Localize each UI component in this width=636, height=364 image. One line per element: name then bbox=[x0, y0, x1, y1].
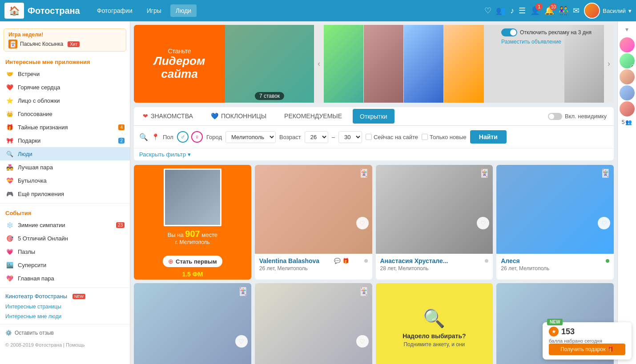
gender-female-btn[interactable]: ♀ bbox=[191, 131, 203, 143]
sidebar-item-best-pair[interactable]: 💑 Лучшая пара bbox=[0, 160, 130, 174]
banner-person[interactable]: 7 ставок bbox=[225, 25, 314, 103]
nav-games[interactable]: Игры bbox=[141, 4, 167, 17]
banner-photo-1[interactable] bbox=[324, 25, 364, 103]
anastasia-status bbox=[485, 259, 488, 263]
card6-photo: 🃏 ♡ bbox=[255, 283, 372, 364]
supercity-label: Суперсити bbox=[18, 262, 46, 268]
menu-icon[interactable]: ☰ bbox=[519, 6, 526, 16]
heart-btn-1[interactable]: ♡ bbox=[356, 217, 369, 229]
right-avatar-5[interactable] bbox=[620, 101, 635, 116]
sidebar-item-kinotheater[interactable]: Кинотеатр Фотостраны NEW bbox=[0, 291, 130, 302]
place-ad-link[interactable]: Разместить объявление bbox=[501, 39, 561, 45]
mail-icon[interactable]: ✉ bbox=[573, 6, 580, 16]
sidebar-item-people[interactable]: 🔍 Люди bbox=[0, 147, 130, 160]
tab-postcards-label: Открытки bbox=[360, 113, 387, 120]
sidebar-item-meetings[interactable]: 🤝 Встречи bbox=[0, 67, 130, 80]
right-avatar-1[interactable] bbox=[620, 37, 635, 52]
invisible-toggle[interactable] bbox=[548, 113, 562, 120]
profile-card-suggest[interactable]: 🔍 Надоело выбирать? Поднимите анкету, и … bbox=[376, 283, 493, 364]
age-from-select[interactable]: 26 bbox=[305, 131, 328, 143]
sidebar-item-more-apps[interactable]: 🎮 Ещё приложения bbox=[0, 187, 130, 200]
sidebar-item-hot-hearts[interactable]: ❤️ Горячие сердца bbox=[0, 80, 130, 94]
age-to-select[interactable]: 30 bbox=[338, 131, 362, 143]
sidebar-item-supercity[interactable]: 🏙️ Суперсити bbox=[0, 258, 130, 272]
gender-male-btn[interactable]: ♂ bbox=[177, 131, 189, 143]
right-avatar-4[interactable] bbox=[620, 85, 635, 100]
group-icon[interactable]: 👫 bbox=[559, 6, 568, 16]
invisible-label: Вкл. невидимку bbox=[565, 113, 607, 120]
banner-nav-right[interactable]: › bbox=[604, 25, 614, 103]
banner-nav-left[interactable]: ‹ bbox=[314, 25, 324, 103]
points-new-badge: NEW bbox=[547, 319, 563, 325]
alesa-info: Алеся 26 лет, Мелитополь bbox=[496, 254, 614, 275]
game-item[interactable]: 🃏 Пасьянс Косынка Хит bbox=[8, 40, 121, 48]
banner-photo-4[interactable] bbox=[444, 25, 484, 103]
header-right: ♡ 👥 ♪ ☰ 👤1 🔔10 👫 ✉ Василий ▾ bbox=[484, 3, 632, 19]
rank-number: 907 bbox=[185, 229, 200, 239]
cards-icon-4: 🃏 bbox=[238, 287, 248, 296]
profile-card-alesa[interactable]: 🃏 ♡ Алеся 26 лет, Мелитополь bbox=[496, 165, 614, 280]
sidebar-item-gifts[interactable]: 🎀 Подарки 2 bbox=[0, 134, 130, 147]
right-avatar-3[interactable] bbox=[620, 69, 635, 84]
online-filter[interactable]: Сейчас на сайте bbox=[366, 134, 418, 140]
rank-card[interactable]: Вы на 907 месте г. Мелитополь ⊕ Стать пе… bbox=[134, 165, 251, 280]
points-gift-btn[interactable]: Получить подарок 🎁 bbox=[549, 344, 625, 355]
tab-recommended[interactable]: РЕКОМЕНДУЕМЫЕ bbox=[275, 107, 351, 126]
heart-btn-5[interactable]: ♡ bbox=[356, 335, 369, 348]
heart-btn-3[interactable]: ♡ bbox=[598, 217, 610, 229]
cards-icon-1: 🃏 bbox=[359, 168, 369, 178]
users-icon[interactable]: 👥 bbox=[496, 6, 506, 16]
heart-btn-2[interactable]: ♡ bbox=[477, 217, 489, 229]
tab-postcards[interactable]: Открытки bbox=[353, 109, 394, 124]
sidebar-item-voting[interactable]: 👑 Голосование bbox=[0, 107, 130, 120]
heart-btn-4[interactable]: ♡ bbox=[235, 335, 248, 348]
logo[interactable]: 🏠 Фотострана bbox=[4, 3, 80, 19]
online-checkbox[interactable] bbox=[366, 134, 372, 140]
profile-card-5[interactable]: 🃏 ♡ bbox=[134, 283, 251, 364]
expand-filter-btn[interactable]: Раскрыть фильтр ▾ bbox=[134, 148, 614, 160]
friends-badge: 1 bbox=[535, 3, 543, 10]
find-button[interactable]: Найти bbox=[470, 130, 507, 144]
new-filter[interactable]: Только новые bbox=[422, 134, 467, 140]
nav-photos[interactable]: Фотографии bbox=[92, 4, 138, 17]
profile-card-6[interactable]: 🃏 ♡ bbox=[255, 283, 372, 364]
sidebar-item-main-pair[interactable]: 💖 Главная пара bbox=[0, 272, 130, 285]
best-pair-icon: 💑 bbox=[5, 163, 14, 172]
ad-toggle-switch[interactable] bbox=[501, 28, 517, 36]
friends-icon[interactable]: 👤1 bbox=[530, 6, 540, 16]
nav-people[interactable]: Люди bbox=[170, 4, 197, 17]
right-sidebar-toggle[interactable]: ▾ bbox=[624, 24, 630, 35]
gifts-label: Подарки bbox=[18, 137, 40, 144]
new-checkbox[interactable] bbox=[422, 134, 428, 140]
sidebar-item-puzzles[interactable]: 💗 Пазлы bbox=[0, 245, 130, 258]
banner-photo-3[interactable] bbox=[404, 25, 444, 103]
music-icon[interactable]: ♪ bbox=[510, 6, 514, 16]
sidebar-item-cover[interactable]: ⭐ Лицо с обложки bbox=[0, 94, 130, 107]
profile-card-valentina[interactable]: 🃏 ♡ Valentina Balashova 💬 🎁 26 лет, Мели… bbox=[255, 165, 372, 280]
interesting-people-link[interactable]: Интересные мне люди bbox=[0, 312, 130, 321]
sidebar-item-winter[interactable]: ❄️ Зимние симпатии 23 bbox=[0, 218, 130, 232]
age-dash: – bbox=[332, 134, 335, 140]
right-sidebar: ▾ 5 👥 bbox=[617, 21, 636, 364]
secrets-label: Тайные признания bbox=[18, 124, 68, 131]
become-first-btn[interactable]: ⊕ Стать первым bbox=[163, 256, 222, 267]
location-icon[interactable]: 📍 bbox=[152, 133, 159, 140]
notifications-icon[interactable]: 🔔10 bbox=[544, 6, 554, 16]
heart-icon[interactable]: ♡ bbox=[484, 6, 491, 16]
meetings-icon: 🤝 bbox=[5, 69, 14, 78]
game-icon: 🃏 bbox=[8, 40, 17, 48]
sidebar-item-bottle[interactable]: 💝 Бутылочка bbox=[0, 174, 130, 187]
tab-fans[interactable]: 💙 ПОКЛОННИЦЫ bbox=[202, 107, 275, 126]
header-user[interactable]: Василий ▾ bbox=[584, 3, 632, 19]
banner-photo-2[interactable] bbox=[364, 25, 404, 103]
header: 🏠 Фотострана Фотографии Игры Люди ♡ 👥 ♪ … bbox=[0, 0, 636, 21]
feedback-btn[interactable]: ⚙️ Оставить отзыв bbox=[0, 327, 130, 339]
profile-card-anastasia[interactable]: 🃏 ♡ Анастасия Хрустале... 28 лет, Мелито… bbox=[376, 165, 493, 280]
tab-dating[interactable]: ❤ ЗНАКОМСТВА bbox=[134, 107, 202, 126]
sidebar-item-differences[interactable]: 🎯 5 Отличий Онлайн bbox=[0, 232, 130, 245]
sidebar-item-secrets[interactable]: 🎁 Тайные признания 4 bbox=[0, 120, 130, 134]
right-avatar-2[interactable] bbox=[620, 53, 635, 68]
interesting-pages-link[interactable]: Интересные страницы bbox=[0, 302, 130, 312]
anastasia-photo: 🃏 ♡ bbox=[376, 165, 493, 254]
city-select[interactable]: Мелитополь bbox=[225, 131, 276, 143]
